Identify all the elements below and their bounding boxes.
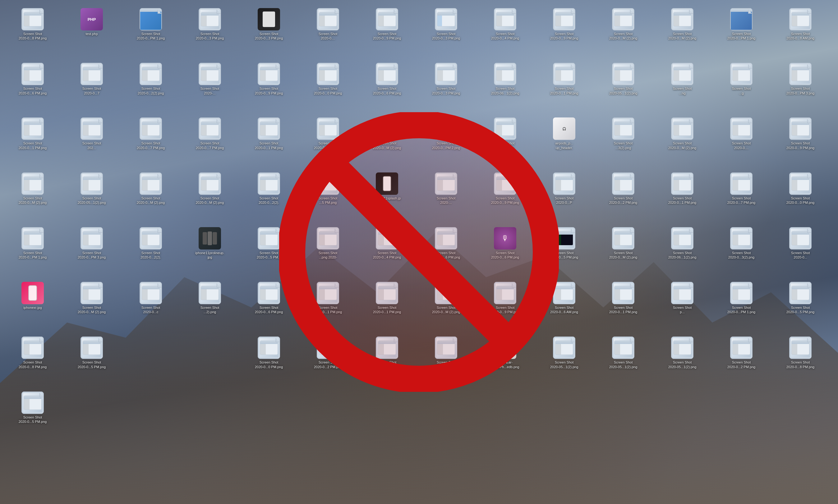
list-item[interactable]: Screen Shot2020-0...2 PM.png	[597, 170, 649, 224]
list-item[interactable]: Screen Shot2020-0...8 PM.png	[6, 335, 59, 388]
list-item[interactable]: Screen Shot2020-0...PM 1.png	[124, 6, 177, 60]
list-item[interactable]: Screen Shot2020-0...2 PM.png	[302, 335, 354, 388]
list-item[interactable]: Screen Shot2020-...	[420, 170, 473, 224]
list-item[interactable]: Screen Shot...3(2).png	[597, 115, 649, 169]
list-item[interactable]: Screen Shot2020-0...PM 2.png	[420, 115, 473, 169]
list-item[interactable]: Screen Shot2020-0...1 PM.png	[243, 115, 295, 169]
list-item[interactable]: Screen Shot2020-05...1(2).png	[65, 170, 118, 224]
iphone11splash-file[interactable]: iphone11splash.jpg	[360, 170, 413, 224]
list-item[interactable]: Screen Shot2020-0....	[715, 115, 768, 169]
list-item[interactable]: Screen Shot2020-0...	[774, 225, 827, 279]
list-item[interactable]: Screen Shot2020-0...M (2).png	[597, 225, 649, 279]
list-item[interactable]: Screen Shot2020-0...9 PM.png	[479, 280, 532, 334]
list-item[interactable]: Screen Shot2020-0...0 PM.png	[302, 61, 354, 114]
list-item[interactable]: Screen Shot2020-0...M (2).png	[124, 170, 177, 224]
list-item[interactable]: Screen Shot2020-0...1 PM.png	[6, 115, 59, 169]
over-ear-file[interactable]: 🎧 Over-Ear-ApplePh...edb.png	[479, 335, 532, 388]
list-item[interactable]: Screen Shot2020-0...3 PM.png	[420, 61, 473, 114]
list-item[interactable]: Screen Shot...2).png	[183, 280, 236, 334]
list-item[interactable]: Screen Shot...1 PM.png	[479, 115, 532, 169]
list-item[interactable]: Screen Shot2020-0...M (2).png	[420, 280, 473, 334]
list-item[interactable]: Screen Shot2020-0...2 AM.png	[360, 335, 413, 388]
list-item[interactable]: Screen Shot...ng	[656, 61, 709, 114]
list-item[interactable]: Screen Shot2020-0...5 PM.png	[774, 280, 827, 334]
list-item[interactable]: Screen Shot2020-0...3 PM.png	[243, 6, 295, 60]
list-item[interactable]: Screen Shot2020-0...5 PM.png	[6, 390, 59, 443]
list-item[interactable]: Screen Shot...png 2020-	[302, 225, 354, 279]
list-item[interactable]: Screen Shot2020-0...9 PM.png	[360, 6, 413, 60]
list-item[interactable]: Screen Shot2020-05...1(2).png	[597, 61, 649, 114]
list-item[interactable]: Screen Shot2020-0...M (2).png	[656, 6, 709, 60]
list-item[interactable]: Screen Shot2020-0...1 PM.png	[360, 280, 413, 334]
list-item[interactable]: Screen Shot2020-0...9 PM.png	[774, 115, 827, 169]
list-item[interactable]: Screen Shot2020-0...M (2).png	[302, 115, 354, 169]
list-item[interactable]: Screen Shot2020-0...2 PM.png	[715, 335, 768, 388]
list-item[interactable]: Screen Shot...5 PM.png	[302, 170, 354, 224]
list-item[interactable]: Screen Shot2020-0...M (2).png	[6, 170, 59, 224]
list-item[interactable]: Screen Shot...g	[715, 61, 768, 114]
list-item[interactable]: Screen Shot2020-05...1(2).png	[597, 335, 649, 388]
list-item[interactable]: Screen Shot2020-0...2(2).	[243, 170, 295, 224]
list-item[interactable]: Screen Shot2020-0...6 PM.png	[420, 225, 473, 279]
list-item[interactable]: Screen Shot2020-0...PM 3.png	[774, 61, 827, 114]
list-item[interactable]: Screen Shot2020-0...2(2).png	[124, 61, 177, 114]
list-item[interactable]: Screen Shot2020-0...c	[124, 280, 177, 334]
list-item[interactable]: Screen Shot2020-0...3 PM.png	[420, 335, 473, 388]
list-item[interactable]: Screen Shot2020-0...6 AM.png	[538, 280, 591, 334]
list-item[interactable]: Screen Shot2020-0...3 PM.png	[183, 6, 236, 60]
list-item[interactable]: Screen Shot2020-0...2(2).	[124, 225, 177, 279]
list-item[interactable]: Screen Shot2020-0...PM 3.png	[65, 225, 118, 279]
list-item[interactable]: Screen Shot2020-0...1 PM.png	[656, 170, 709, 224]
list-item[interactable]: Screen Shot2020-0...P	[538, 170, 591, 224]
list-item[interactable]: Screen Shot2020-0...M (2).png	[360, 115, 413, 169]
list-item[interactable]: Screen Shot2020-0...8 AM.png	[774, 6, 827, 60]
list-item[interactable]: Screen Shot2020-0...PM 1.png	[715, 280, 768, 334]
list-item[interactable]: Screen Shot2020-0...9 PM.png	[479, 170, 532, 224]
list-item[interactable]: Screen Shot2020-0...7 PM.png	[183, 115, 236, 169]
list-item[interactable]: Screen Shot2020-0...6 PM.png	[6, 61, 59, 114]
list-item[interactable]: Screen Shot2020-0...0 PM.png	[774, 170, 827, 224]
iphonexr-file[interactable]: iphonexr.jpg	[6, 280, 59, 334]
list-item[interactable]: Screen Shot2020-0...6 PM.png	[360, 61, 413, 114]
list-item[interactable]: Screen Shot2020-0...7	[65, 61, 118, 114]
list-item[interactable]: Screen Shot2020-0...5 PM.p	[243, 225, 295, 279]
list-item[interactable]: Screen Shot2020-0...7 PM.png	[124, 115, 177, 169]
list-item[interactable]: Screen Shot202...	[65, 115, 118, 169]
list-item[interactable]: Screen Shot2020-0...1 PM.png	[597, 280, 649, 334]
list-item[interactable]: Screen Shot2020-05...1(2).png	[656, 335, 709, 388]
list-item[interactable]: Screen Shot2020-0...3 PM.png	[420, 6, 473, 60]
list-item[interactable]: Screen Shot2020-0...M (2).png	[183, 170, 236, 224]
list-item[interactable]: Screen Shot2020-0...M (2).png	[597, 6, 649, 60]
list-item[interactable]: Screen Shot2020-0...5 PM.png	[65, 335, 118, 388]
list-item[interactable]: Screen Shot2020-0...PM 1.png	[715, 6, 768, 60]
iphone11pro-file[interactable]: iphone11prolineup.jpg	[183, 225, 236, 279]
list-item[interactable]: Screen Shot2020-0...8 PM.png	[6, 6, 59, 60]
list-item[interactable]: Screen Shotp...	[656, 280, 709, 334]
list-item[interactable]: PHP test.php	[65, 6, 118, 60]
list-item[interactable]: Screen Shot2020-0...4 PM.png	[360, 225, 413, 279]
list-item[interactable]: Screen Shot2020-06...1(2).png	[656, 225, 709, 279]
list-item[interactable]: Screen Shot2020-0....	[302, 6, 354, 60]
list-item[interactable]: Screen Shot2020-0...7 PM.png	[715, 170, 768, 224]
list-item[interactable]: Screen Shot2020-0...6 PM.png	[243, 280, 295, 334]
list-item[interactable]: Screen Shot2020-05...1(2).png	[538, 335, 591, 388]
list-item[interactable]: Screen Shot2020-0...0 PM.png	[243, 335, 295, 388]
list-item[interactable]: Screen Shot2020-0...3(2).png	[715, 225, 768, 279]
podcast-file[interactable]: 🎙 Screen Shot2020-0...6 PM.png	[479, 225, 532, 279]
list-item[interactable]: Screen Shot2020-0...5 PM.png	[538, 225, 591, 279]
list-item[interactable]: Screen Shot2020-0...M (2).png	[656, 115, 709, 169]
airpods-file[interactable]: 🎧 airpods_p...up_header.	[538, 115, 591, 169]
list-item[interactable]: Screen Shot2020-0...1 PM.png	[538, 61, 591, 114]
list-item[interactable]: Screen Shot2020-06...1(2).png	[479, 61, 532, 114]
list-item[interactable]: Screen Shot2020-0...PM 1.png	[6, 225, 59, 279]
list-item[interactable]: Screen Shot2020-0...4 PM.png	[479, 6, 532, 60]
list-item[interactable]: Screen Shot2020-0...9 PM.png	[538, 6, 591, 60]
desktop: Screen Shot2020-0...8 PM.png PHP test.ph…	[0, 0, 838, 504]
desktop-icons-grid: Screen Shot2020-0...8 PM.png PHP test.ph…	[6, 6, 832, 498]
list-item[interactable]: Screen Shot2020-0...1 PM.png	[302, 280, 354, 334]
list-item[interactable]: Screen Shot2020-0...8 PM.png	[774, 335, 827, 388]
list-item[interactable]: Screen Shot2020-0...M (2).png	[65, 280, 118, 334]
list-item[interactable]: Screen Shot2020-0...9 PM.png	[243, 61, 295, 114]
list-item[interactable]: Screen Shot2020-...	[183, 61, 236, 114]
